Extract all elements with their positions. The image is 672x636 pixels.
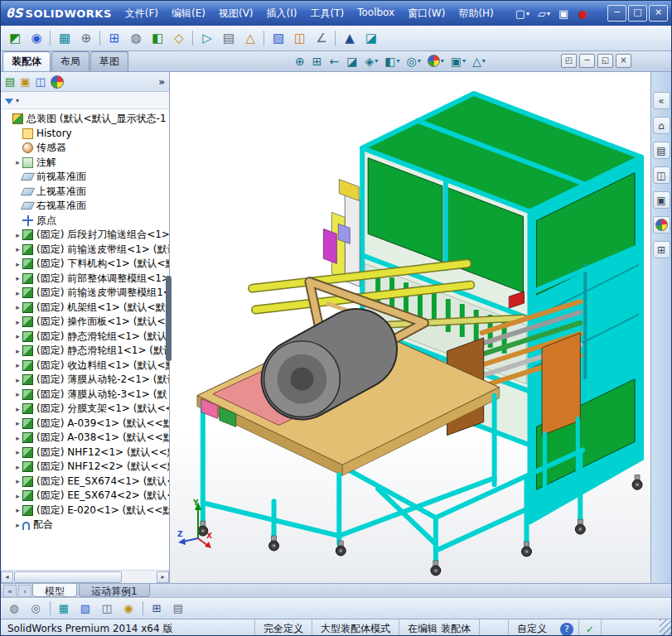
exploded-view-icon[interactable]: △	[239, 28, 261, 48]
previous-view-icon[interactable]: ←	[326, 53, 342, 69]
tree-item[interactable]: ▸ (固定) EE_SX674<2> (默认<	[3, 489, 169, 504]
machine-frame[interactable]	[362, 94, 641, 522]
expand-arrow-icon[interactable]: ▸	[13, 231, 22, 239]
view-orientation-icon[interactable]: ◈ ▾	[362, 53, 380, 69]
resize-grip[interactable]	[660, 619, 671, 636]
tree-item[interactable]: ▸ (固定) 前输送皮带组<1> (默认	[3, 243, 169, 258]
menu-item[interactable]: 工具(T)	[303, 3, 351, 24]
menu-item[interactable]: Toolbox	[351, 3, 401, 24]
graphics-viewport[interactable]: Y Z X	[170, 72, 650, 583]
solidworks-search-icon[interactable]: ●	[574, 4, 591, 22]
expand-arrow-icon[interactable]: ▸	[13, 332, 22, 340]
tree-item[interactable]: ▸ (固定) NHF12<2> (默认<<默认	[3, 460, 169, 475]
tree-item[interactable]: ▸ (固定) 下料机构<1> (默认<默	[3, 257, 169, 272]
interference-check-icon[interactable]: ▧	[75, 600, 95, 617]
expand-arrow-icon[interactable]: ▸	[13, 463, 22, 471]
show-hidden-components-icon[interactable]: ◍	[125, 28, 147, 48]
tree-item[interactable]: ▸ (固定) 前部整体调整模组<1> (	[3, 272, 169, 287]
tree-item[interactable]: ▸ (固定) NHF12<1> (默认<<默认	[3, 446, 169, 460]
commandmanager-tab[interactable]: 草图	[90, 51, 128, 71]
tree-item[interactable]: 上视基准面	[3, 185, 169, 200]
scroll-right-icon[interactable]: ▸	[157, 571, 169, 583]
edit-appearance-icon[interactable]: ▾	[425, 53, 447, 69]
hide-show-items-icon[interactable]: ◎ ▾	[404, 53, 423, 69]
minimize-button[interactable]: ─	[607, 5, 626, 22]
menu-item[interactable]: 帮助(H)	[452, 3, 500, 24]
tree-item[interactable]: ▸ (固定) 机架组<1> (默认<默认	[3, 301, 169, 316]
expand-arrow-icon[interactable]: ▸	[13, 318, 22, 326]
design-library-icon[interactable]: ▤	[653, 142, 670, 159]
zoom-area-icon[interactable]: ⊞	[310, 53, 326, 69]
hide-show-tree-icon[interactable]: ◫	[97, 600, 117, 617]
display-style-icon[interactable]: ◧ ▾	[382, 53, 402, 69]
tree-item[interactable]: ▸ (固定) 薄膜从动轮-3<1> (默	[3, 388, 169, 402]
expand-arrow-icon[interactable]: ▸	[13, 448, 22, 456]
table-icon[interactable]: ▤	[168, 600, 188, 617]
selection-filter-icon[interactable]: ◍	[4, 600, 24, 617]
tree-item[interactable]: ▸ 配合	[3, 518, 169, 532]
bill-of-materials-icon[interactable]: ▤	[218, 28, 239, 48]
filter-icon[interactable]	[5, 99, 13, 104]
expand-arrow-icon[interactable]: ▸	[13, 347, 22, 355]
assembly-visualization-icon[interactable]: ▦	[54, 600, 74, 617]
menu-item[interactable]: 窗口(W)	[401, 3, 452, 24]
new-motion-study-icon[interactable]: ▷	[196, 28, 218, 48]
expand-arrow-icon[interactable]: ▸	[13, 158, 22, 166]
expand-arrow-icon[interactable]: ▸	[13, 477, 22, 485]
expand-arrow-icon[interactable]: ▸	[13, 492, 22, 500]
appearance-filter-icon[interactable]: ◉	[118, 600, 138, 617]
tree-item[interactable]: 原点	[3, 214, 169, 229]
tree-item[interactable]: ▸ (固定) A-039<1> (默认<<默认>	[3, 417, 169, 431]
solidworks-resources-icon[interactable]: ⌂	[653, 117, 670, 134]
commandmanager-tab[interactable]: 布局	[51, 51, 89, 71]
expand-arrow-icon[interactable]: ▸	[13, 506, 22, 514]
assembly-model[interactable]	[170, 72, 650, 581]
open-document-icon[interactable]: ▱ ▾	[534, 4, 554, 22]
section-properties-icon[interactable]: ◪	[360, 28, 382, 48]
view-palette-icon[interactable]: ▣	[653, 191, 670, 209]
new-document-icon[interactable]: ▢ ▾	[512, 4, 533, 22]
commandmanager-tab[interactable]: 装配体	[2, 51, 51, 71]
tree-item[interactable]: ▸ (固定) 后段封刀输送组合<1> (默	[3, 228, 169, 243]
expand-arrow-icon[interactable]: ▸	[13, 245, 22, 253]
measure-icon[interactable]: ∠	[311, 28, 332, 48]
displaymanager-tab-icon[interactable]	[51, 75, 64, 89]
expand-arrow-icon[interactable]: ▸	[13, 260, 22, 268]
tree-item[interactable]: ▸ (固定) 分膜支架<1> (默认<<默	[3, 402, 169, 417]
document-tab[interactable]: 运动算例1	[79, 584, 150, 597]
mass-properties-icon[interactable]: ▲	[339, 28, 360, 48]
tree-item[interactable]: 右视基准面	[3, 199, 169, 214]
tab-scroll-prev-icon[interactable]: ‹	[18, 585, 31, 597]
expand-arrow-icon[interactable]: ▸	[13, 405, 22, 413]
save-icon[interactable]: ▣	[555, 4, 573, 22]
custom-properties-icon[interactable]: ⊞	[653, 241, 670, 258]
expand-arrow-icon[interactable]: ▸	[13, 434, 22, 442]
tree-item[interactable]: ▸ (固定) E-020<1> (默认<<默认	[3, 504, 169, 518]
quick-tips-icon[interactable]: ◎	[26, 600, 46, 617]
tree-item[interactable]: ▸ (固定) EE_SX674<1> (默认<<	[3, 475, 169, 489]
expand-arrow-icon[interactable]: ▸	[13, 361, 22, 369]
expand-arrow-icon[interactable]: ▸	[13, 303, 22, 311]
mate-icon[interactable]: ◉	[26, 28, 47, 48]
tree-item[interactable]: History	[3, 127, 169, 142]
expand-arrow-icon[interactable]: ▸	[13, 521, 22, 529]
move-component-icon[interactable]: ⊞	[104, 28, 125, 48]
tree-item[interactable]: ▸ (固定) 前输送皮带调整模组1<	[3, 286, 169, 301]
doc-minimize-icon[interactable]: ─	[579, 54, 595, 68]
tree-item[interactable]: 前视基准面	[3, 170, 169, 185]
tree-item[interactable]: ▸ (固定) 收边料组<1> (默认<默	[3, 359, 169, 373]
tree-item[interactable]: 总装图 (默认<默认_显示状态-1	[3, 112, 169, 127]
lift-column[interactable]	[323, 180, 360, 287]
doc-keep-visible-icon[interactable]: ◰	[561, 54, 577, 68]
tree-horizontal-scrollbar[interactable]: ◂ ▸	[1, 570, 169, 583]
close-button[interactable]: ×	[649, 5, 668, 22]
configurationmanager-tab-icon[interactable]: ◫	[36, 75, 46, 88]
tree-item[interactable]: ▸ (固定) 静态滑轮组1<1> (默认	[3, 344, 169, 359]
component-pattern-icon[interactable]: ▦	[54, 28, 75, 48]
view-settings-icon[interactable]: △ ▾	[470, 53, 488, 69]
expand-arrow-icon[interactable]: ▸	[13, 289, 22, 297]
expand-arrow-icon[interactable]: ▸	[13, 376, 22, 384]
propertymanager-tab-icon[interactable]: ▣	[20, 75, 30, 88]
expand-arrow-icon[interactable]: ▸	[13, 419, 22, 427]
appearances-icon[interactable]	[653, 216, 670, 234]
